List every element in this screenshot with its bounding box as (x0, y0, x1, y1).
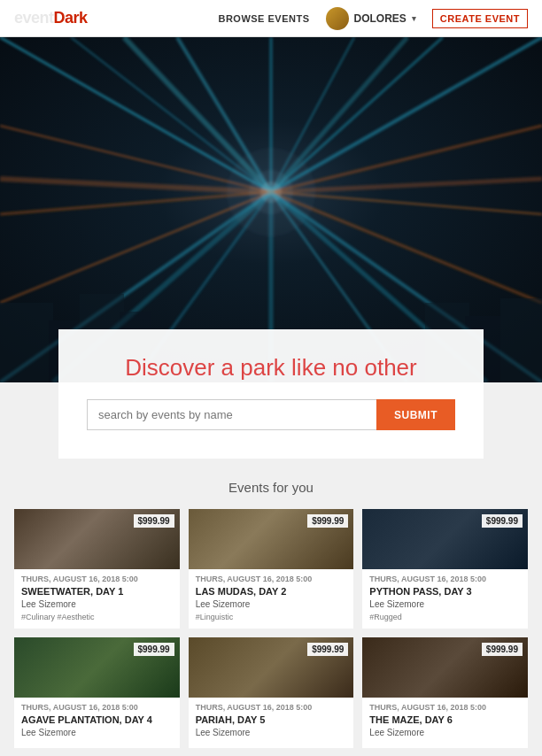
event-date: THURS, AUGUST 16, 2018 5:00 (369, 575, 521, 583)
logo-dark: Dark (54, 9, 88, 27)
event-author: Lee Sizemore (369, 599, 521, 609)
nav-right: BROWSE EVENTS DOLORES ▾ CREATE EVENT (218, 7, 528, 30)
event-name: SWEETWATER, DAY 1 (21, 586, 173, 597)
event-author: Lee Sizemore (21, 599, 173, 609)
event-date: THURS, AUGUST 16, 2018 5:00 (21, 575, 173, 583)
event-card[interactable]: $999.99 THURS, AUGUST 16, 2018 5:00 PARI… (189, 637, 354, 748)
search-row: SUBMIT (87, 399, 455, 430)
event-name: LAS MUDAS, DAY 2 (196, 586, 347, 597)
chevron-down-icon: ▾ (412, 14, 416, 23)
event-thumbnail: $999.99 (362, 509, 528, 569)
logo-event: event (14, 9, 54, 27)
event-tags: #Rugged (369, 613, 521, 621)
event-price: $999.99 (307, 643, 348, 656)
search-submit-button[interactable]: SUBMIT (376, 399, 455, 430)
hero-title: Discover a park like no other (87, 354, 455, 382)
event-card[interactable]: $999.99 THURS, AUGUST 16, 2018 5:00 THE … (362, 637, 528, 748)
event-author: Lee Sizemore (369, 728, 521, 737)
user-menu[interactable]: DOLORES ▾ (326, 7, 416, 30)
event-info: THURS, AUGUST 16, 2018 5:00 PYTHON PASS,… (362, 569, 528, 629)
event-name: AGAVE PLANTATION, DAY 4 (21, 714, 173, 725)
events-section: Events for you $999.99 THURS, AUGUST 16,… (0, 459, 542, 756)
event-tags: #Culinary #Aesthetic (21, 613, 173, 621)
event-price: $999.99 (482, 514, 523, 528)
event-name: PARIAH, DAY 5 (196, 714, 347, 725)
event-info: THURS, AUGUST 16, 2018 5:00 SWEETWATER, … (14, 569, 180, 629)
event-info: THURS, AUGUST 16, 2018 5:00 PARIAH, DAY … (189, 698, 354, 748)
event-date: THURS, AUGUST 16, 2018 5:00 (369, 703, 521, 712)
event-author: Lee Sizemore (21, 728, 173, 737)
search-input[interactable] (87, 399, 376, 430)
search-panel: Discover a park like no other SUBMIT (58, 329, 484, 459)
event-info: THURS, AUGUST 16, 2018 5:00 LAS MUDAS, D… (189, 569, 354, 629)
event-price: $999.99 (134, 514, 174, 528)
event-card[interactable]: $999.99 THURS, AUGUST 16, 2018 5:00 AGAV… (14, 637, 180, 748)
event-card[interactable]: $999.99 THURS, AUGUST 16, 2018 5:00 SWEE… (14, 509, 180, 629)
event-info: THURS, AUGUST 16, 2018 5:00 AGAVE PLANTA… (14, 698, 180, 748)
event-thumbnail: $999.99 (14, 509, 180, 569)
user-name: DOLORES (354, 12, 406, 25)
event-date: THURS, AUGUST 16, 2018 5:00 (21, 703, 173, 712)
event-date: THURS, AUGUST 16, 2018 5:00 (196, 703, 347, 712)
event-thumbnail: $999.99 (14, 637, 180, 698)
event-author: Lee Sizemore (196, 599, 347, 609)
event-card[interactable]: $999.99 THURS, AUGUST 16, 2018 5:00 LAS … (189, 509, 354, 629)
event-author: Lee Sizemore (196, 728, 347, 737)
event-price: $999.99 (482, 643, 523, 656)
events-grid: $999.99 THURS, AUGUST 16, 2018 5:00 SWEE… (14, 509, 528, 748)
event-price: $999.99 (134, 643, 174, 656)
event-thumbnail: $999.99 (189, 637, 354, 698)
event-info: THURS, AUGUST 16, 2018 5:00 THE MAZE, DA… (362, 698, 528, 748)
search-panel-wrapper: Discover a park like no other SUBMIT (0, 382, 542, 459)
events-section-title: Events for you (14, 480, 528, 495)
event-price: $999.99 (307, 514, 348, 528)
avatar (326, 7, 349, 30)
event-card[interactable]: $999.99 THURS, AUGUST 16, 2018 5:00 PYTH… (362, 509, 528, 629)
create-event-button[interactable]: CREATE EVENT (432, 9, 528, 28)
logo[interactable]: eventDark (14, 9, 88, 27)
event-name: THE MAZE, DAY 6 (369, 714, 521, 725)
event-tags: #Linguistic (196, 613, 347, 621)
svg-rect-28 (0, 303, 53, 382)
event-thumbnail: $999.99 (189, 509, 354, 569)
browse-events-link[interactable]: BROWSE EVENTS (218, 13, 309, 24)
event-name: PYTHON PASS, DAY 3 (369, 586, 521, 597)
svg-rect-34 (500, 298, 542, 382)
svg-point-27 (227, 148, 315, 236)
event-thumbnail: $999.99 (362, 637, 528, 698)
navbar: eventDark BROWSE EVENTS DOLORES ▾ CREATE… (0, 0, 542, 37)
event-date: THURS, AUGUST 16, 2018 5:00 (196, 575, 347, 583)
